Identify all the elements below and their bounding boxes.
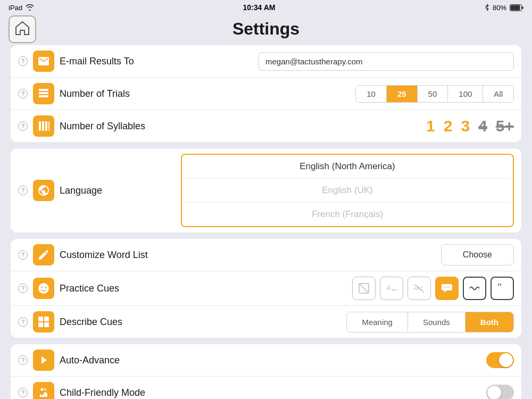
svg-rect-26 <box>44 322 49 327</box>
svg-rect-24 <box>44 317 49 321</box>
practice-cues-left: ? Practice Cues <box>18 278 188 299</box>
cue-quote[interactable]: " <box>491 277 514 300</box>
customize-help-icon[interactable]: ? <box>18 250 28 260</box>
language-help-icon[interactable]: ? <box>18 186 28 195</box>
card-cues: ? Customize Word List Choose ? Practice … <box>11 239 521 338</box>
svg-point-20 <box>446 287 447 288</box>
child-friendly-left: ? Child-Friendly Mode <box>18 382 188 399</box>
svg-point-21 <box>448 287 450 288</box>
trials-btn-50[interactable]: 50 <box>418 86 448 102</box>
svg-rect-23 <box>38 317 43 321</box>
cue-speech-bubble[interactable] <box>435 277 459 300</box>
syllables-help-icon[interactable]: ? <box>18 121 28 131</box>
header: Settings <box>0 15 532 45</box>
svg-rect-3 <box>39 89 48 91</box>
status-bar: iPad 10:34 AM 80% <box>0 0 532 15</box>
svg-rect-9 <box>48 121 49 131</box>
cue-icon-group: A ABC <box>352 277 514 300</box>
syl-btn-4[interactable]: 4 <box>478 118 487 134</box>
auto-advance-label: Auto-Advance <box>60 355 120 366</box>
lang-option-en-uk[interactable]: English (UK) <box>182 179 513 203</box>
customize-label: Customize Word List <box>60 250 148 261</box>
cue-image-off[interactable] <box>352 277 376 300</box>
trials-help-icon[interactable]: ? <box>18 89 28 98</box>
email-label: E-mail Results To <box>60 56 134 67</box>
content: ? E-mail Results To ? Number of Trials <box>0 45 532 399</box>
desc-btn-meaning[interactable]: Meaning <box>347 312 408 332</box>
language-left: ? Language <box>11 148 181 232</box>
email-left: ? E-mail Results To <box>18 51 188 72</box>
describe-segmented: Meaning Sounds Both <box>346 312 514 332</box>
wifi-icon <box>26 4 34 11</box>
auto-advance-row: ? Auto-Advance <box>11 344 521 377</box>
customize-left: ? Customize Word List <box>18 244 188 265</box>
status-time: 10:34 AM <box>243 3 276 12</box>
syllables-control: 1 2 3 4 5+ <box>188 118 514 134</box>
email-icon <box>33 51 54 72</box>
bluetooth-icon <box>484 4 489 11</box>
customize-icon <box>33 244 54 265</box>
svg-rect-5 <box>39 95 48 97</box>
trials-btn-100[interactable]: 100 <box>448 86 483 102</box>
syllables-left: ? Number of Syllables <box>18 115 188 137</box>
lang-option-en-na[interactable]: English (North America) <box>182 155 513 179</box>
syl-btn-2[interactable]: 2 <box>444 118 453 134</box>
child-friendly-row: ? Child-Friendly Mode <box>11 377 521 399</box>
describe-cues-help-icon[interactable]: ? <box>18 317 28 327</box>
auto-advance-left: ? Auto-Advance <box>18 350 188 371</box>
describe-cues-icon <box>33 311 54 332</box>
practice-cues-help-icon[interactable]: ? <box>18 284 28 293</box>
svg-line-14 <box>359 284 369 293</box>
lang-option-fr[interactable]: French (Français) <box>182 203 513 226</box>
trials-btn-all[interactable]: All <box>483 86 513 102</box>
practice-cues-label: Practice Cues <box>60 283 119 294</box>
trials-control: 10 25 50 100 All <box>188 85 514 103</box>
language-picker[interactable]: English (North America) English (UK) Fre… <box>181 154 514 227</box>
trials-icon <box>33 83 54 104</box>
trials-btn-25[interactable]: 25 <box>387 86 418 102</box>
auto-advance-control <box>188 352 514 368</box>
battery-icon <box>510 4 523 11</box>
trials-row: ? Number of Trials 10 25 50 100 All <box>11 78 521 110</box>
email-input[interactable] <box>259 52 514 71</box>
syl-btn-3[interactable]: 3 <box>461 118 470 134</box>
describe-cues-control: Meaning Sounds Both <box>188 312 514 332</box>
auto-advance-help-icon[interactable]: ? <box>18 355 28 365</box>
syl-btn-5[interactable]: 5+ <box>496 118 514 134</box>
syl-btn-1[interactable]: 1 <box>426 118 435 134</box>
language-card: ? Language English (North America) Engli… <box>11 148 521 232</box>
practice-cues-control: A ABC <box>188 277 514 300</box>
trials-left: ? Number of Trials <box>18 83 188 104</box>
trials-btn-10[interactable]: 10 <box>356 86 387 102</box>
desc-btn-both[interactable]: Both <box>466 312 513 332</box>
auto-advance-toggle[interactable] <box>486 352 514 368</box>
describe-cues-left: ? Describe Cues <box>18 311 188 332</box>
auto-advance-icon <box>33 350 54 371</box>
status-right: 80% <box>484 4 523 12</box>
svg-rect-1 <box>510 5 520 10</box>
auto-advance-thumb <box>499 353 513 367</box>
practice-cues-icon <box>33 278 54 299</box>
child-friendly-toggle[interactable] <box>486 385 514 399</box>
desc-btn-sounds[interactable]: Sounds <box>408 312 466 332</box>
email-help-icon[interactable]: ? <box>18 56 28 66</box>
syllable-buttons: 1 2 3 4 5+ <box>426 118 514 134</box>
svg-rect-25 <box>38 322 43 327</box>
home-icon <box>14 20 31 39</box>
status-left: iPad <box>9 4 34 12</box>
practice-cues-row: ? Practice Cues <box>11 271 521 306</box>
card-basic-settings: ? E-mail Results To ? Number of Trials <box>11 45 521 142</box>
cue-wave[interactable] <box>463 277 486 300</box>
child-friendly-help-icon[interactable]: ? <box>18 388 28 397</box>
describe-cues-row: ? Describe Cues Meaning Sounds Both <box>11 306 521 338</box>
svg-rect-8 <box>45 121 47 131</box>
svg-text:": " <box>497 282 502 293</box>
svg-point-28 <box>44 388 47 391</box>
choose-button[interactable]: Choose <box>441 244 514 265</box>
svg-rect-4 <box>39 92 48 94</box>
cue-abc-slash[interactable]: ABC <box>408 277 431 300</box>
cue-text[interactable]: A <box>380 277 403 300</box>
email-control <box>188 52 514 71</box>
child-friendly-control <box>188 385 514 399</box>
home-button[interactable] <box>9 15 36 43</box>
